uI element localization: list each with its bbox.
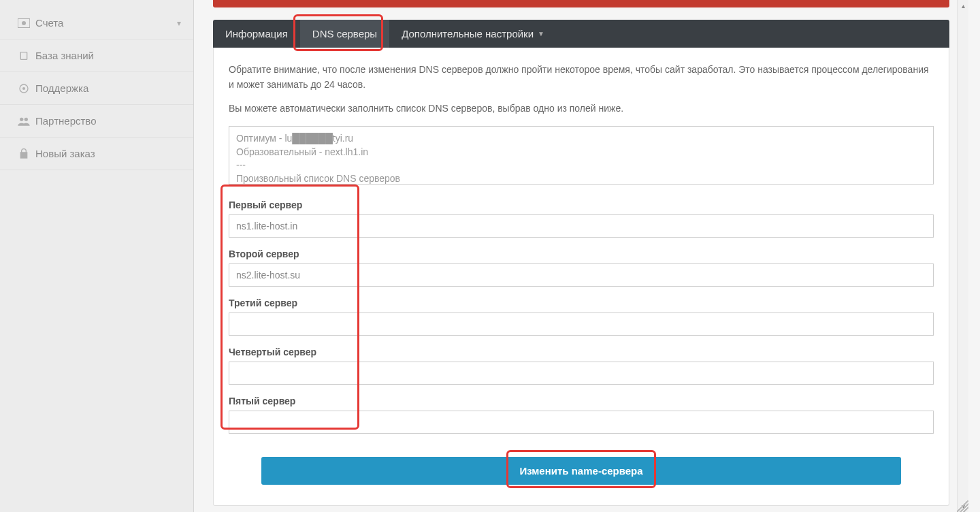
tabs: Информация DNS серверы Дополнительные на… [213,20,949,48]
server4-label: Четвертый сервер [229,347,934,357]
sidebar-item-support[interactable]: Поддержка [0,72,193,105]
dns-preset-select[interactable]: Оптимум - lu██████tyi.ru Образовательный… [229,126,934,185]
scroll-track[interactable] [958,12,968,500]
tab-label: Дополнительные настройки [402,28,534,39]
svg-point-1 [22,21,26,25]
sidebar-item-label: База знаний [35,50,181,61]
select-option[interactable]: Оптимум - lu██████tyi.ru [236,132,926,146]
server4-input[interactable] [229,362,934,385]
tab-information[interactable]: Информация [213,20,300,48]
select-option[interactable]: Образовательный - next.lh1.in [236,146,926,159]
server5-label: Пятый сервер [229,396,934,406]
resize-grip-icon [957,500,968,512]
scroll-up-icon[interactable]: ▴ [958,0,968,12]
support-icon [12,83,35,94]
sidebar-item-neworder[interactable]: Новый заказ [0,138,193,170]
server2-label: Второй сервер [229,249,934,259]
submit-row: Изменить name-сервера [229,457,934,485]
nameserver-form: Первый сервер Второй сервер Третий серве… [229,199,934,434]
vertical-scrollbar[interactable]: ▴ ▾ [957,0,968,512]
sidebar-item-label: Партнерство [35,115,181,127]
server1-label: Первый сервер [229,199,934,210]
sidebar-item-knowledgebase[interactable]: База знаний [0,39,193,72]
sidebar-item-label: Поддержка [35,82,181,94]
sidebar-item-affiliates[interactable]: Партнерство [0,105,193,138]
server5-input[interactable] [229,411,934,434]
svg-point-4 [20,117,23,121]
svg-point-3 [22,87,25,90]
server3-label: Третий сервер [229,298,934,308]
users-icon [12,116,35,126]
server2-input[interactable] [229,263,934,287]
sidebar-item-label: Новый заказ [35,148,181,159]
change-nameservers-button[interactable]: Изменить name-сервера [261,457,901,485]
sidebar: Счета ▾ База знаний Поддержка Партнерств… [0,0,194,512]
server3-input[interactable] [229,313,934,336]
money-icon [12,18,35,28]
bag-icon [12,148,35,159]
tab-extra-settings[interactable]: Дополнительные настройки ▼ [389,20,557,48]
panel: Обратите внимание, что после изменения D… [213,48,949,506]
notice-text: Вы можете автоматически заполнить список… [229,101,934,116]
sidebar-item-accounts[interactable]: Счета ▾ [0,7,193,39]
chevron-down-icon: ▾ [177,18,181,28]
select-option[interactable]: --- [236,159,926,172]
main-content: Информация DNS серверы Дополнительные на… [194,0,968,512]
server1-input[interactable] [229,214,934,238]
tab-label: Информация [225,28,288,39]
sidebar-item-label: Счета [35,17,177,29]
tab-label: DNS серверы [312,28,377,39]
tab-dns-servers[interactable]: DNS серверы [300,20,389,48]
notice-text: Обратите внимание, что после изменения D… [229,63,934,92]
select-option[interactable]: Произвольный список DNS серверов [236,172,926,185]
caret-down-icon: ▼ [538,30,544,37]
footer: Powered by WHMCompleteSolution [213,506,949,512]
alert-bar [213,0,949,7]
book-icon [12,50,35,61]
svg-point-5 [24,117,28,121]
